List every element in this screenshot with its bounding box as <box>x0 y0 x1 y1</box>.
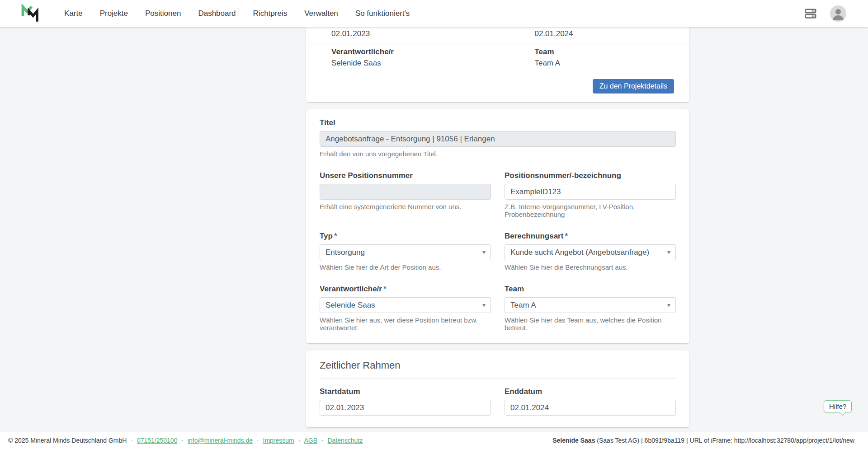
team-field-label: Team <box>505 285 676 294</box>
project-dates-row: 02.01.2023 02.01.2024 <box>306 27 689 43</box>
datenschutz-link[interactable]: Datenschutz <box>327 437 363 444</box>
project-people-row: Verantwortliche/r Selenide Saas Team Tea… <box>306 43 689 73</box>
agb-link[interactable]: AGB <box>304 437 317 444</box>
unsere-positionsnummer-field-group: Unsere Positionsnummer Erhält eine syste… <box>320 171 491 218</box>
help-bubble-tail <box>840 409 846 416</box>
email-link[interactable]: info@mineral-minds.de <box>188 437 253 444</box>
startdatum-label: Startdatum <box>320 387 491 396</box>
main-navigation: Karte Projekte Positionen Dashboard Rich… <box>64 9 410 18</box>
verantwortlicher-select[interactable]: Selenide Saas ▾ <box>320 297 491 313</box>
responsible-label: Verantwortliche/r <box>331 47 509 56</box>
nav-item-dashboard[interactable]: Dashboard <box>198 9 236 18</box>
verantwortlicher-field-group: Verantwortliche/r* Selenide Saas ▾ Wähle… <box>320 285 491 332</box>
chevron-down-icon: ▾ <box>667 301 670 309</box>
chevron-down-icon: ▾ <box>482 248 486 256</box>
team-select-value: Team A <box>510 301 536 310</box>
team-field-group: Team Team A ▾ Wählen Sie hier das Team a… <box>505 285 676 332</box>
team-hint: Wählen Sie hier das Team aus, welches di… <box>505 316 676 332</box>
project-end-date: 02.01.2024 <box>509 29 689 38</box>
page-footer: © 2025 Mineral Minds Deutschland GmbH · … <box>0 432 868 449</box>
top-navbar: Karte Projekte Positionen Dashboard Rich… <box>0 0 868 27</box>
berechnungsart-select[interactable]: Kunde sucht Angebot (Angebotsanfrage) ▾ <box>505 244 676 260</box>
help-button-label: Hilfe? <box>829 402 846 410</box>
phone-link[interactable]: 07151/250100 <box>137 437 178 444</box>
enddatum-field-group: Enddatum <box>505 387 676 416</box>
unsere-positionsnummer-input <box>320 184 491 200</box>
team-select[interactable]: Team A ▾ <box>505 297 676 313</box>
footer-separator: · <box>257 437 259 444</box>
nav-item-richtpreis[interactable]: Richtpreis <box>253 9 288 18</box>
footer-separator: · <box>321 437 324 444</box>
startdatum-field-group: Startdatum <box>320 387 491 416</box>
nav-item-so-funktionierts[interactable]: So funktioniert's <box>355 9 410 18</box>
typ-hint: Wählen Sie hier die Art der Position aus… <box>320 263 491 271</box>
typ-select[interactable]: Entsorgung ▾ <box>320 244 491 260</box>
nav-item-projekte[interactable]: Projekte <box>100 9 128 18</box>
position-form-card: Titel Erhält den von uns vorgegebenen Ti… <box>306 109 689 343</box>
berechnungsart-field-group: Berechnungsart* Kunde sucht Angebot (Ang… <box>505 232 676 271</box>
titel-input <box>320 131 676 147</box>
enddatum-input[interactable] <box>505 400 676 416</box>
verantwortlicher-label: Verantwortliche/r* <box>320 285 491 294</box>
footer-right: Selenide Saas (Saas Test AG) | 6b091f9ba… <box>552 437 854 444</box>
titel-field-group: Titel Erhält den von uns vorgegebenen Ti… <box>320 118 676 158</box>
verantwortlicher-select-value: Selenide Saas <box>326 301 375 310</box>
typ-label: Typ* <box>320 232 491 241</box>
project-start-date: 02.01.2023 <box>306 29 509 38</box>
positionsnummer-input[interactable] <box>505 184 676 200</box>
chevron-down-icon: ▾ <box>667 248 670 256</box>
divider <box>320 378 676 379</box>
titel-hint: Erhält den von uns vorgegebenen Titel. <box>320 150 676 158</box>
team-value: Team A <box>534 59 689 68</box>
mineral-minds-logo-icon[interactable] <box>20 4 39 23</box>
positionsnummer-label: Positionsnummer/-bezeichnung <box>505 171 676 180</box>
project-summary-card: 02.01.2023 02.01.2024 Verantwortliche/r … <box>306 27 689 102</box>
titel-label: Titel <box>320 118 676 127</box>
required-marker: * <box>334 232 337 240</box>
typ-select-value: Entsorgung <box>326 248 365 257</box>
berechnungsart-select-value: Kunde sucht Angebot (Angebotsanfrage) <box>510 248 649 257</box>
footer-separator: · <box>298 437 301 444</box>
positionsnummer-hint: Z.B. Interne-Vorgangsnummer, LV-Position… <box>505 203 676 218</box>
positionsnummer-field-group: Positionsnummer/-bezeichnung Z.B. Intern… <box>505 171 676 218</box>
unsere-positionsnummer-label: Unsere Positionsnummer <box>320 171 491 180</box>
enddatum-label: Enddatum <box>505 387 676 396</box>
verantwortlicher-hint: Wählen Sie hier aus, wer diese Position … <box>320 316 491 332</box>
typ-field-group: Typ* Entsorgung ▾ Wählen Sie hier die Ar… <box>320 232 491 271</box>
copyright-text: © 2025 Mineral Minds Deutschland GmbH <box>8 437 127 444</box>
team-label: Team <box>534 47 689 56</box>
responsible-value: Selenide Saas <box>331 59 509 68</box>
footer-separator: · <box>131 437 133 444</box>
startdatum-input[interactable] <box>320 400 491 416</box>
footer-session-info: (Saas Test AG) | 6b091f9ba119 | URL of i… <box>595 437 854 444</box>
user-avatar-icon[interactable] <box>830 5 846 22</box>
server-icon[interactable] <box>803 6 818 21</box>
zeitlicher-rahmen-title: Zeitlicher Rahmen <box>320 360 676 371</box>
berechnungsart-hint: Wählen Sie hier die Berechnungsart aus. <box>505 263 676 271</box>
nav-item-karte[interactable]: Karte <box>64 9 83 18</box>
zeitlicher-rahmen-card: Zeitlicher Rahmen Startdatum Enddatum <box>306 351 689 427</box>
nav-item-verwalten[interactable]: Verwalten <box>304 9 338 18</box>
chevron-down-icon: ▾ <box>482 301 486 309</box>
footer-user-name: Selenide Saas <box>552 437 595 444</box>
berechnungsart-label: Berechnungsart* <box>505 232 676 241</box>
footer-separator: · <box>181 437 184 444</box>
required-marker: * <box>383 285 387 293</box>
nav-item-positionen[interactable]: Positionen <box>145 9 181 18</box>
project-details-button[interactable]: Zu den Projektdetails <box>593 79 674 94</box>
help-button[interactable]: Hilfe? <box>824 400 852 412</box>
impressum-link[interactable]: Impressum <box>263 437 294 444</box>
unsere-positionsnummer-hint: Erhält eine systemgenerierte Nummer von … <box>320 203 491 210</box>
required-marker: * <box>565 232 568 240</box>
footer-left: © 2025 Mineral Minds Deutschland GmbH · … <box>8 437 363 444</box>
